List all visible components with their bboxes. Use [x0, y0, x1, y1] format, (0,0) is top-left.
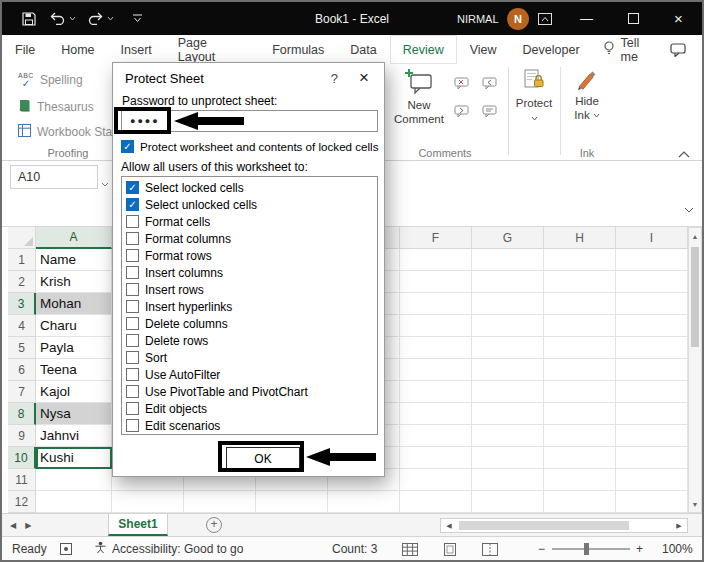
protect-contents-option[interactable]: Protect worksheet and contents of locked…: [121, 140, 378, 153]
cell-F6[interactable]: [400, 359, 472, 381]
column-header-G[interactable]: G: [472, 227, 544, 249]
unchecked-checkbox[interactable]: [126, 368, 139, 381]
cell-A7[interactable]: Kajol: [36, 381, 112, 403]
allow-option-10[interactable]: Sort: [122, 349, 377, 366]
cell-G11[interactable]: [472, 469, 544, 491]
cell-G7[interactable]: [472, 381, 544, 403]
cell-B12[interactable]: [112, 491, 184, 513]
checked-checkbox[interactable]: [121, 140, 134, 153]
delete-comment-icon[interactable]: [454, 76, 474, 94]
dialog-help-button[interactable]: ?: [331, 71, 338, 86]
cell-G8[interactable]: [472, 403, 544, 425]
cell-I2[interactable]: [616, 271, 688, 293]
tab-developer[interactable]: Developer: [510, 35, 593, 64]
cell-F11[interactable]: [400, 469, 472, 491]
zoom-percent[interactable]: 100%: [662, 537, 693, 561]
unchecked-checkbox[interactable]: [126, 317, 139, 330]
account-name[interactable]: NIRMAL: [457, 2, 499, 35]
page-break-view-icon[interactable]: [482, 537, 498, 561]
cell-A9[interactable]: Jahnvi: [36, 425, 112, 447]
cell-F5[interactable]: [400, 337, 472, 359]
next-comment-icon[interactable]: [454, 104, 474, 122]
cell-A2[interactable]: Krish: [36, 271, 112, 293]
cell-G3[interactable]: [472, 293, 544, 315]
horizontal-scrollbar[interactable]: ◀ ▶: [440, 518, 688, 533]
vertical-scroll-thumb[interactable]: [691, 247, 699, 347]
horizontal-scroll-track[interactable]: [457, 519, 671, 532]
zoom-slider-thumb[interactable]: [584, 543, 589, 555]
cell-A6[interactable]: Teena: [36, 359, 112, 381]
cell-I4[interactable]: [616, 315, 688, 337]
allow-option-9[interactable]: Delete rows: [122, 332, 377, 349]
cell-I11[interactable]: [616, 469, 688, 491]
column-header-A[interactable]: A: [36, 227, 112, 249]
cell-H8[interactable]: [544, 403, 616, 425]
unchecked-checkbox[interactable]: [126, 300, 139, 313]
unchecked-checkbox[interactable]: [126, 283, 139, 296]
name-box-dropdown-icon[interactable]: [101, 173, 109, 191]
row-header-9[interactable]: 9: [8, 425, 36, 447]
cell-H11[interactable]: [544, 469, 616, 491]
new-comment-button[interactable]: New Comment: [392, 69, 446, 126]
cell-H12[interactable]: [544, 491, 616, 513]
unchecked-checkbox[interactable]: [126, 419, 139, 432]
formula-bar-expand-icon[interactable]: [684, 199, 694, 217]
allow-option-14[interactable]: Edit scenarios: [122, 417, 377, 434]
row-header-2[interactable]: 2: [8, 271, 36, 293]
hide-ink-button[interactable]: Hide Ink: [564, 69, 610, 122]
row-header-11[interactable]: 11: [8, 469, 36, 491]
cell-C12[interactable]: [184, 491, 256, 513]
sheet-tab-sheet1[interactable]: Sheet1: [108, 514, 168, 536]
cell-F10[interactable]: [400, 447, 472, 469]
unchecked-checkbox[interactable]: [126, 334, 139, 347]
unchecked-checkbox[interactable]: [126, 232, 139, 245]
cell-I10[interactable]: [616, 447, 688, 469]
allow-option-2[interactable]: Format cells: [122, 213, 377, 230]
row-header-1[interactable]: 1: [8, 249, 36, 271]
row-header-4[interactable]: 4: [8, 315, 36, 337]
cell-H1[interactable]: [544, 249, 616, 271]
cell-I6[interactable]: [616, 359, 688, 381]
cell-G1[interactable]: [472, 249, 544, 271]
comments-pane-icon[interactable]: [670, 35, 686, 64]
ribbon-display-options-icon[interactable]: [538, 2, 552, 35]
cell-F1[interactable]: [400, 249, 472, 271]
previous-comment-icon[interactable]: [482, 76, 502, 94]
cell-A10[interactable]: Kushi: [36, 447, 112, 469]
show-comments-icon[interactable]: [482, 104, 502, 122]
allow-option-12[interactable]: Use PivotTable and PivotChart: [122, 383, 377, 400]
row-header-5[interactable]: 5: [8, 337, 36, 359]
cell-H4[interactable]: [544, 315, 616, 337]
thesaurus-button[interactable]: Thesaurus: [18, 98, 94, 115]
tab-view[interactable]: View: [457, 35, 510, 64]
allow-option-5[interactable]: Insert columns: [122, 264, 377, 281]
select-all-corner[interactable]: [8, 227, 36, 249]
vertical-scrollbar[interactable]: ▲ ▼: [688, 227, 702, 513]
maximize-button[interactable]: [628, 2, 639, 35]
row-header-10[interactable]: 10: [8, 447, 36, 469]
spelling-button[interactable]: ABC ✓ Spelling: [18, 72, 83, 88]
cell-A8[interactable]: Nysa: [36, 403, 112, 425]
cell-F7[interactable]: [400, 381, 472, 403]
cell-H5[interactable]: [544, 337, 616, 359]
allow-option-7[interactable]: Insert hyperlinks: [122, 298, 377, 315]
tab-formulas[interactable]: Formulas: [259, 35, 337, 64]
dialog-title-bar[interactable]: Protect Sheet ? ×: [113, 63, 384, 93]
cell-F4[interactable]: [400, 315, 472, 337]
tab-data[interactable]: Data: [337, 35, 389, 64]
checked-checkbox[interactable]: [126, 198, 139, 211]
protect-button[interactable]: Protect: [512, 69, 556, 124]
scroll-right-icon[interactable]: ▶: [671, 522, 687, 530]
cell-E12[interactable]: [328, 491, 400, 513]
minimize-button[interactable]: —: [580, 2, 593, 35]
checked-checkbox[interactable]: [126, 181, 139, 194]
previous-sheet-icon[interactable]: ◀: [10, 521, 16, 530]
allow-option-11[interactable]: Use AutoFilter: [122, 366, 377, 383]
cell-I1[interactable]: [616, 249, 688, 271]
row-header-7[interactable]: 7: [8, 381, 36, 403]
tab-page-layout[interactable]: Page Layout: [165, 35, 259, 64]
cell-A5[interactable]: Payla: [36, 337, 112, 359]
cell-H3[interactable]: [544, 293, 616, 315]
cell-A11[interactable]: [36, 469, 112, 491]
cell-A12[interactable]: [36, 491, 112, 513]
